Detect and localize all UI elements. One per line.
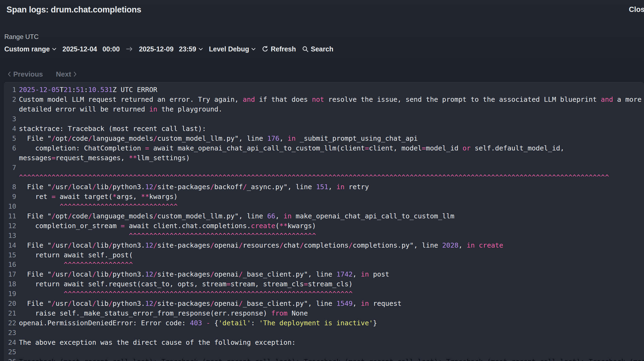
log-line-text: File "/usr/local/lib/python3.12/site-pac… — [19, 241, 503, 249]
log-line: 16 ^^^^^^^^^^^^^^^^^ — [4, 260, 644, 270]
line-number: 9 — [4, 193, 16, 201]
log-line: 3 — [4, 114, 644, 124]
log-line: 5 File "/opt/code/language_models/custom… — [4, 133, 644, 143]
log-line-text: ^^^^^^^^^^^^^^^^^ — [19, 261, 133, 268]
log-line-text: Custom model LLM request returned an err… — [19, 96, 642, 103]
log-line: 11 File "/opt/code/language_models/custo… — [4, 211, 644, 221]
line-number: 25 — [4, 348, 16, 356]
line-number: 19 — [4, 290, 16, 298]
search-button[interactable]: Search — [302, 45, 333, 53]
line-number: 10 — [4, 202, 16, 210]
log-line-text: File "/usr/local/lib/python3.12/site-pac… — [19, 300, 401, 307]
log-line: 18 return await self.request(cast_to, op… — [4, 279, 644, 289]
log-line: 21 raise self._make_status_error_from_re… — [4, 308, 644, 318]
log-line: 12 completion_or_stream = await client.c… — [4, 221, 644, 231]
log-line-text: openai.PermissionDeniedError: Error code… — [19, 319, 377, 327]
line-number: 2 — [4, 96, 16, 103]
log-line-text: The above exception was the direct cause… — [19, 339, 296, 346]
line-number: 5 — [4, 134, 16, 142]
range-utc-label: Range UTC — [4, 33, 39, 41]
log-line-text: messages=request_messages, **llm_setting… — [19, 154, 190, 162]
line-number: 12 — [4, 222, 16, 230]
custom-range-dropdown[interactable]: Custom range — [4, 45, 57, 53]
log-line: 8 File "/usr/local/lib/python3.12/site-p… — [4, 182, 644, 192]
log-line: 20 File "/usr/local/lib/python3.12/site-… — [4, 299, 644, 309]
log-viewer[interactable]: 12025-12-05T21:51:10.531Z UTC ERROR2Cust… — [4, 82, 644, 361]
close-button[interactable]: Close — [629, 5, 644, 14]
log-line-text: File "/opt/code/language_models/custom_m… — [19, 212, 454, 220]
line-number: 18 — [4, 280, 16, 288]
chevron-left-icon — [8, 71, 11, 77]
line-number: 14 — [4, 241, 16, 249]
log-line: 25 — [4, 347, 644, 357]
next-button[interactable]: Next — [56, 70, 77, 78]
refresh-icon — [262, 46, 268, 52]
log-line: 26Traceback (most recent call last): Tra… — [4, 357, 644, 361]
page-title: Span logs: drum.chat.completions — [6, 5, 141, 15]
line-number: 15 — [4, 251, 16, 259]
line-number: 22 — [4, 319, 16, 327]
end-time-dropdown[interactable]: 23:59 — [179, 45, 203, 53]
log-line-text: ret = await target(*args, **kwargs) — [19, 193, 178, 201]
line-number: 20 — [4, 300, 16, 307]
log-line: 14 File "/usr/local/lib/python3.12/site-… — [4, 240, 644, 250]
log-line-text: return await self.request(cast_to, opts,… — [19, 280, 353, 288]
log-line: 22openai.PermissionDeniedError: Error co… — [4, 318, 644, 328]
level-dropdown[interactable]: Level Debug — [209, 45, 256, 53]
pagination: Previous Next — [8, 69, 77, 79]
line-number: 24 — [4, 339, 16, 346]
log-line: messages=request_messages, **llm_setting… — [4, 153, 644, 163]
chevron-right-icon — [74, 71, 77, 77]
end-time: 23:59 — [179, 45, 196, 53]
log-line: detailed error will be returned in the p… — [4, 104, 644, 114]
log-line: 4stacktrace: Traceback (most recent call… — [4, 124, 644, 134]
start-date[interactable]: 2025-12-04 — [62, 45, 97, 53]
chevron-down-icon — [198, 48, 203, 51]
start-time[interactable]: 00:00 — [102, 45, 120, 53]
refresh-button[interactable]: Refresh — [262, 45, 296, 53]
line-number: 13 — [4, 232, 16, 239]
previous-button[interactable]: Previous — [8, 70, 43, 78]
previous-label: Previous — [13, 70, 43, 78]
log-line-text: File "/usr/local/lib/python3.12/site-pac… — [19, 270, 389, 278]
log-line: 24The above exception was the direct cau… — [4, 337, 644, 347]
log-line-text: 2025-12-05T21:51:10.531Z UTC ERROR — [19, 86, 157, 94]
line-number: 21 — [4, 309, 16, 317]
search-icon — [302, 46, 309, 52]
filter-bar: Custom range 2025-12-04 00:00 2025-12-09… — [4, 44, 333, 54]
log-line: 9 ret = await target(*args, **kwargs) — [4, 192, 644, 202]
log-line-text: detailed error will be returned in the p… — [19, 105, 223, 113]
line-number: 6 — [4, 144, 16, 152]
line-number: 8 — [4, 183, 16, 191]
line-number: 3 — [4, 115, 16, 123]
log-line: 2Custom model LLM request returned an er… — [4, 95, 644, 104]
log-line-text: completion: ChatCompletion = await make_… — [19, 144, 564, 152]
arrow-right-icon — [126, 46, 133, 52]
end-date[interactable]: 2025-12-09 — [139, 45, 174, 53]
log-line: 23 — [4, 328, 644, 337]
line-number: 11 — [4, 212, 16, 220]
line-number: 1 — [4, 86, 16, 94]
log-line: 7 — [4, 163, 644, 172]
line-number: 16 — [4, 261, 16, 268]
log-line-text: ^^^^^^^^^^^^^^^^^^^^^^^^^^^^^^^^^^^^^^^^… — [19, 290, 353, 298]
chevron-down-icon — [251, 48, 256, 51]
log-line: 12025-12-05T21:51:10.531Z UTC ERROR — [4, 85, 644, 95]
log-line-text: completion_or_stream = await client.chat… — [19, 222, 316, 230]
log-line-text: stacktrace: Traceback (most recent call … — [19, 125, 206, 133]
level-label: Level Debug — [209, 45, 249, 53]
log-lines: 12025-12-05T21:51:10.531Z UTC ERROR2Cust… — [4, 85, 644, 361]
custom-range-label: Custom range — [4, 45, 50, 53]
log-line: ^^^^^^^^^^^^^^^^^^^^^^^^^^^^^^^^^^^^^^^^… — [4, 172, 644, 182]
log-line: 15 return await self._post( — [4, 250, 644, 260]
log-line: 10 ^^^^^^^^^^^^^^^^^^^^^^^^^^^^^ — [4, 202, 644, 211]
line-number: 26 — [4, 358, 16, 361]
chevron-down-icon — [52, 48, 57, 51]
log-line: 6 completion: ChatCompletion = await mak… — [4, 143, 644, 153]
log-line-text: ^^^^^^^^^^^^^^^^^^^^^^^^^^^^^ — [19, 202, 178, 210]
log-line-text: return await self._post( — [19, 251, 133, 259]
next-label: Next — [56, 70, 71, 78]
log-line-text: Traceback (most recent call last): Trace… — [19, 358, 644, 361]
line-number: 17 — [4, 270, 16, 278]
search-label: Search — [311, 45, 333, 53]
